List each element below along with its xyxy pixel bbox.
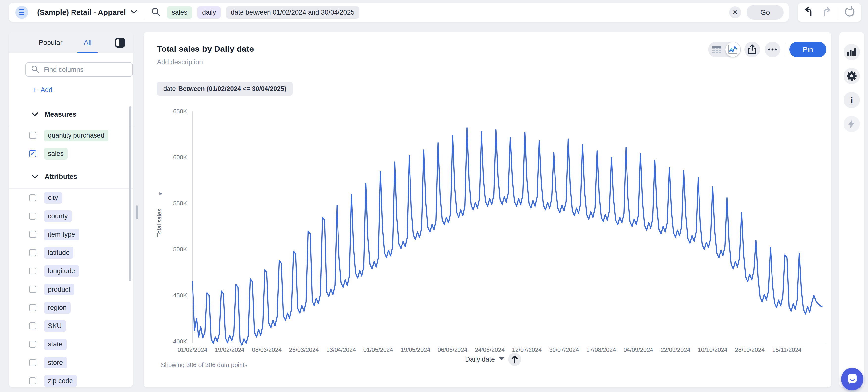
table-chart-toggle[interactable] xyxy=(708,41,741,57)
section-header-measures[interactable]: Measures xyxy=(9,100,133,126)
tab-all[interactable]: All xyxy=(84,32,92,53)
total-sales-series[interactable] xyxy=(192,128,822,345)
ellipsis-icon xyxy=(768,48,777,51)
checkbox[interactable] xyxy=(29,304,36,311)
column-item-county[interactable]: county xyxy=(9,207,133,225)
settings-button[interactable] xyxy=(843,68,860,84)
answer-title[interactable]: Total sales by Daily date xyxy=(157,44,254,54)
answer-description-placeholder[interactable]: Add description xyxy=(157,58,203,66)
x-axis-label[interactable]: Daily date xyxy=(465,356,495,363)
y-axis-tick-label: 550K xyxy=(148,200,187,207)
chevron-down-icon xyxy=(32,112,38,116)
sort-ascending-button[interactable] xyxy=(508,353,521,366)
column-pill[interactable]: product xyxy=(44,283,74,295)
go-button[interactable]: Go xyxy=(746,5,784,20)
sidebar-scrollbar[interactable] xyxy=(129,107,131,281)
checkbox[interactable] xyxy=(29,286,36,293)
divider xyxy=(144,6,144,19)
sales-line-chart[interactable] xyxy=(192,111,827,352)
table-icon[interactable] xyxy=(712,45,721,55)
collapse-panel-icon[interactable] xyxy=(115,38,125,48)
find-columns-input[interactable] xyxy=(44,66,125,73)
column-item-zip-code[interactable]: zip code xyxy=(9,372,133,387)
column-pill[interactable]: region xyxy=(44,302,70,313)
column-item-sales[interactable]: ✓sales xyxy=(9,145,133,163)
column-item-product[interactable]: product xyxy=(9,280,133,298)
chart-view-active[interactable] xyxy=(725,42,740,57)
checkbox[interactable] xyxy=(29,268,36,274)
y-axis-tick-label: 450K xyxy=(148,292,187,299)
column-item-latitude[interactable]: latitude xyxy=(9,243,133,262)
redo-icon[interactable] xyxy=(820,6,832,19)
pin-button[interactable]: Pin xyxy=(789,41,827,57)
column-pill[interactable]: quantity purchased xyxy=(44,130,108,141)
column-pill[interactable]: county xyxy=(44,210,72,222)
history-controls xyxy=(798,3,861,22)
checkbox[interactable] xyxy=(29,194,36,201)
share-button[interactable] xyxy=(744,41,760,57)
column-item-longitude[interactable]: longitude xyxy=(9,262,133,280)
plus-icon: + xyxy=(32,86,37,94)
column-pill[interactable]: sales xyxy=(44,148,67,160)
undo-icon[interactable] xyxy=(803,6,815,19)
column-pill[interactable]: item type xyxy=(44,229,79,240)
chart-type-button[interactable] xyxy=(843,44,860,60)
checkbox[interactable] xyxy=(29,213,36,219)
search-token[interactable]: sales xyxy=(167,6,192,19)
spotiq-button[interactable] xyxy=(843,116,860,132)
search-token-list[interactable]: salesdailydate between 01/02/2024 and 30… xyxy=(167,6,729,19)
chevron-down-icon xyxy=(32,175,38,179)
search-icon xyxy=(31,65,39,74)
checkbox[interactable] xyxy=(29,378,36,384)
data-panel: PopularAll + Add Measuresquantity purcha… xyxy=(9,32,133,387)
column-item-store[interactable]: store xyxy=(9,353,133,372)
checkbox-checked[interactable]: ✓ xyxy=(29,150,36,157)
line-chart-icon xyxy=(728,45,738,54)
caret-down-icon[interactable] xyxy=(498,357,505,362)
app-root: (Sample) Retail - Apparel salesdailydate… xyxy=(0,0,868,392)
checkbox[interactable] xyxy=(29,359,36,366)
section-header-attributes[interactable]: Attributes xyxy=(9,163,133,188)
date-filter-chip[interactable]: date Between (01/02/2024 <= 30/04/2025) xyxy=(157,82,293,95)
add-column-button[interactable]: + Add xyxy=(32,86,53,94)
column-pill[interactable]: city xyxy=(44,192,62,204)
column-pill[interactable]: longitude xyxy=(44,265,79,277)
column-item-item-type[interactable]: item type xyxy=(9,225,133,243)
panel-resize-handle[interactable] xyxy=(136,205,138,219)
data-panel-menu-button[interactable] xyxy=(16,6,28,19)
column-item-city[interactable]: city xyxy=(9,188,133,207)
checkbox[interactable] xyxy=(29,341,36,348)
info-button[interactable]: i xyxy=(843,92,860,108)
more-options-button[interactable] xyxy=(765,41,780,57)
search-token[interactable]: daily xyxy=(197,6,221,19)
y-axis-title[interactable]: Total sales xyxy=(156,170,163,276)
checkbox[interactable] xyxy=(29,249,36,256)
arrow-up-icon xyxy=(511,355,518,364)
y-axis-tick-label: 600K xyxy=(148,154,187,161)
search-bar: (Sample) Retail - Apparel salesdailydate… xyxy=(9,3,788,22)
checkbox[interactable] xyxy=(29,231,36,238)
reset-icon[interactable] xyxy=(844,6,856,19)
clear-search-button[interactable]: ✕ xyxy=(729,6,741,18)
bar-chart-icon xyxy=(847,48,856,56)
column-pill[interactable]: SKU xyxy=(44,320,66,332)
workspace-title[interactable]: (Sample) Retail - Apparel xyxy=(37,8,126,17)
answer-card: Total sales by Daily date Add descriptio… xyxy=(144,32,831,387)
chat-launcher[interactable] xyxy=(841,368,863,390)
column-pill[interactable]: state xyxy=(44,338,67,350)
chevron-down-icon[interactable] xyxy=(130,10,137,15)
column-item-SKU[interactable]: SKU xyxy=(9,317,133,335)
column-pill[interactable]: store xyxy=(44,357,67,368)
column-item-quantity-purchased[interactable]: quantity purchased xyxy=(9,126,133,145)
checkbox[interactable] xyxy=(29,323,36,329)
column-item-region[interactable]: region xyxy=(9,298,133,317)
y-axis-tick-label: 400K xyxy=(148,338,187,345)
column-pill[interactable]: zip code xyxy=(44,375,77,387)
column-pill[interactable]: latitude xyxy=(44,247,73,259)
checkbox[interactable] xyxy=(29,132,36,139)
column-item-state[interactable]: state xyxy=(9,335,133,353)
tab-popular[interactable]: Popular xyxy=(39,32,63,53)
search-token[interactable]: date between 01/02/2024 and 30/04/2025 xyxy=(226,6,359,19)
find-columns-box[interactable] xyxy=(26,62,133,77)
search-icon xyxy=(151,7,161,18)
